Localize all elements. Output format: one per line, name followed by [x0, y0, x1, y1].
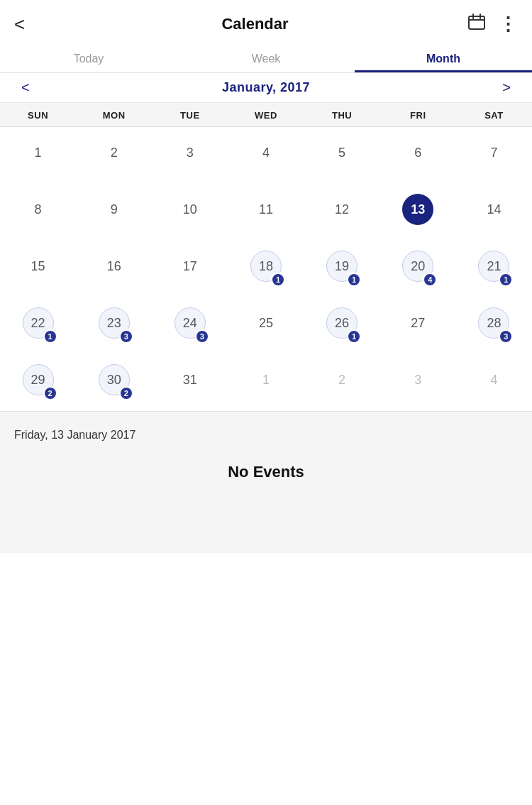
svg-rect-0 [469, 16, 484, 29]
calendar-day-2[interactable]: 2 [76, 127, 152, 184]
prev-month-button[interactable]: < [14, 77, 37, 99]
calendar-day-30[interactable]: 302 [76, 354, 152, 411]
header-actions: ⋮ [467, 13, 518, 35]
tab-bar: Today Week Month [0, 43, 532, 73]
calendar-day-7[interactable]: 7 [456, 127, 532, 184]
calendar-day-2-other[interactable]: 2 [304, 354, 380, 411]
calendar-day-8[interactable]: 8 [0, 184, 76, 241]
day-number: 11 [250, 194, 282, 225]
next-month-button[interactable]: > [495, 77, 518, 99]
calendar-day-9[interactable]: 9 [76, 184, 152, 241]
day-header-row: SUN MON TUE WED THU FRI SAT [0, 103, 532, 127]
calendar-day-19[interactable]: 191 [304, 241, 380, 297]
page-title: Calendar [221, 15, 288, 33]
day-number: 4 [478, 364, 509, 395]
event-count-badge: 1 [271, 273, 285, 287]
calendar-day-1-other[interactable]: 1 [228, 354, 304, 411]
calendar-day-31[interactable]: 31 [152, 354, 228, 411]
day-number: 9 [99, 194, 130, 225]
day-number: 31 [174, 364, 206, 395]
calendar-icon[interactable] [467, 13, 486, 35]
calendar-day-14[interactable]: 14 [456, 184, 532, 241]
calendar-day-21[interactable]: 211 [456, 241, 532, 297]
day-number: 181 [250, 251, 282, 282]
calendar-day-22[interactable]: 221 [0, 297, 76, 354]
day-number: 211 [478, 251, 509, 282]
day-number: 14 [478, 194, 509, 225]
calendar-day-23[interactable]: 233 [76, 297, 152, 354]
day-number: 12 [326, 194, 358, 225]
calendar-day-6[interactable]: 6 [380, 127, 456, 184]
calendar-day-11[interactable]: 11 [228, 184, 304, 241]
day-number: 204 [402, 251, 433, 282]
tab-month[interactable]: Month [355, 43, 532, 72]
event-count-badge: 2 [43, 386, 57, 400]
day-number: 15 [23, 251, 54, 282]
tab-today[interactable]: Today [0, 43, 177, 72]
day-number: 3 [174, 137, 206, 168]
calendar-day-13[interactable]: 13 [380, 184, 456, 241]
app-header: < Calendar ⋮ [0, 0, 532, 43]
month-navigation: < January, 2017 > [0, 73, 532, 103]
event-count-badge: 3 [499, 329, 513, 344]
day-number: 1 [23, 137, 54, 168]
day-number: 5 [326, 137, 358, 168]
event-count-badge: 1 [499, 273, 513, 287]
back-button[interactable]: < [14, 13, 43, 35]
event-detail-panel: Friday, 13 January 2017 No Events [0, 411, 532, 553]
calendar-day-27[interactable]: 27 [380, 297, 456, 354]
calendar-grid: 1234567891011121314151617181191204211221… [0, 127, 532, 411]
event-count-badge: 2 [119, 386, 133, 400]
calendar-day-17[interactable]: 17 [152, 241, 228, 297]
day-number: 8 [23, 194, 54, 225]
calendar-day-29[interactable]: 292 [0, 354, 76, 411]
calendar-day-18[interactable]: 181 [228, 241, 304, 297]
day-number: 243 [174, 307, 206, 339]
calendar-day-5[interactable]: 5 [304, 127, 380, 184]
event-count-badge: 1 [43, 329, 57, 344]
day-number: 10 [174, 194, 206, 225]
day-header-thu: THU [304, 110, 380, 121]
day-number: 292 [23, 364, 54, 395]
event-count-badge: 1 [347, 273, 361, 287]
calendar-day-3[interactable]: 3 [152, 127, 228, 184]
calendar-day-20[interactable]: 204 [380, 241, 456, 297]
day-number: 16 [99, 251, 130, 282]
day-number: 191 [326, 251, 358, 282]
event-count-badge: 3 [195, 329, 209, 344]
calendar-day-12[interactable]: 12 [304, 184, 380, 241]
calendar-day-1[interactable]: 1 [0, 127, 76, 184]
calendar-day-3-other[interactable]: 3 [380, 354, 456, 411]
selected-date: Friday, 13 January 2017 [14, 429, 518, 442]
day-number: 6 [402, 137, 433, 168]
calendar-day-24[interactable]: 243 [152, 297, 228, 354]
day-number: 2 [99, 137, 130, 168]
event-count-badge: 4 [423, 273, 437, 287]
day-header-wed: WED [228, 110, 304, 121]
day-number: 25 [250, 307, 282, 339]
day-header-mon: MON [76, 110, 152, 121]
calendar-day-15[interactable]: 15 [0, 241, 76, 297]
day-number: 261 [326, 307, 358, 339]
calendar-day-4[interactable]: 4 [228, 127, 304, 184]
day-number: 221 [23, 307, 54, 339]
calendar-day-10[interactable]: 10 [152, 184, 228, 241]
day-number: 17 [174, 251, 206, 282]
calendar-day-26[interactable]: 261 [304, 297, 380, 354]
day-header-tue: TUE [152, 110, 228, 121]
day-header-sun: SUN [0, 110, 76, 121]
calendar-day-28[interactable]: 283 [456, 297, 532, 354]
calendar-day-16[interactable]: 16 [76, 241, 152, 297]
day-number: 233 [99, 307, 130, 339]
calendar-day-25[interactable]: 25 [228, 297, 304, 354]
day-header-sat: SAT [456, 110, 532, 121]
more-options-icon[interactable]: ⋮ [499, 13, 518, 35]
calendar-day-4-other[interactable]: 4 [456, 354, 532, 411]
day-number: 27 [402, 307, 433, 339]
month-title: January, 2017 [222, 80, 310, 95]
tab-week[interactable]: Week [177, 43, 355, 72]
no-events-label: No Events [14, 463, 518, 481]
day-number: 7 [478, 137, 509, 168]
event-count-badge: 1 [347, 329, 361, 344]
event-count-badge: 3 [119, 329, 133, 344]
